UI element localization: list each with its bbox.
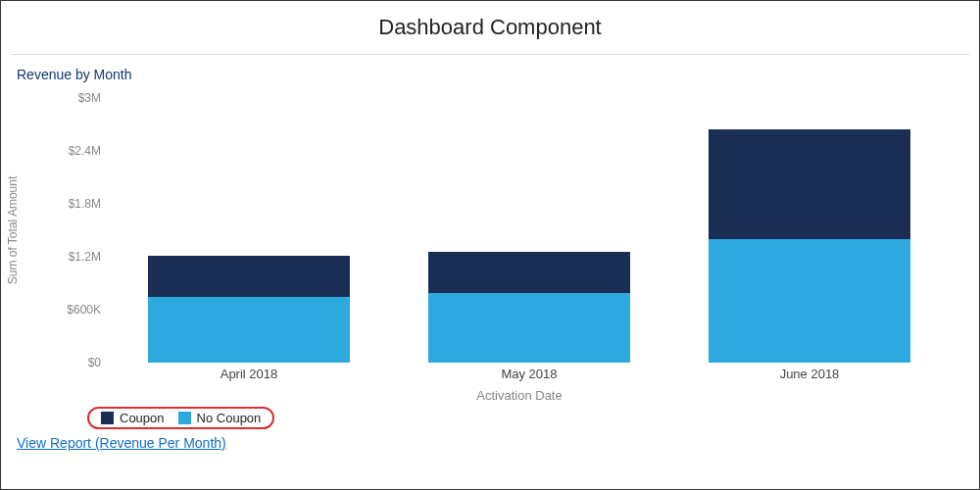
- divider: [11, 54, 969, 55]
- legend-label-coupon: Coupon: [120, 411, 165, 425]
- y-tick: $1.8M: [54, 197, 101, 211]
- legend-item-coupon[interactable]: Coupon: [101, 411, 165, 425]
- x-axis-label: Activation Date: [60, 388, 979, 403]
- page-title: Dashboard Component: [1, 1, 979, 54]
- x-tick: May 2018: [428, 367, 630, 381]
- legend: Coupon No Coupon: [87, 407, 979, 429]
- bar-segment-nocoupon[interactable]: [148, 297, 350, 363]
- legend-item-nocoupon[interactable]: No Coupon: [178, 411, 262, 425]
- swatch-coupon-icon: [101, 412, 114, 424]
- bars-container: [109, 98, 950, 363]
- x-ticks: April 2018May 2018June 2018: [109, 363, 950, 381]
- chart-area: Sum of Total Amount April 2018May 2018Ju…: [60, 98, 950, 363]
- swatch-nocoupon-icon: [178, 412, 191, 424]
- bar[interactable]: [148, 256, 350, 363]
- y-axis-label: Sum of Total Amount: [6, 176, 20, 285]
- legend-label-nocoupon: No Coupon: [197, 411, 262, 425]
- bar[interactable]: [428, 252, 630, 363]
- chart-title: Revenue by Month: [1, 59, 979, 90]
- x-tick: June 2018: [709, 367, 910, 381]
- bar-segment-coupon[interactable]: [148, 256, 350, 297]
- bar[interactable]: [709, 129, 910, 363]
- bar-segment-coupon[interactable]: [428, 252, 630, 293]
- bar-segment-nocoupon[interactable]: [709, 239, 910, 363]
- legend-highlight: Coupon No Coupon: [87, 407, 274, 429]
- bar-segment-nocoupon[interactable]: [428, 293, 630, 363]
- y-tick: $1.2M: [54, 250, 101, 264]
- y-tick: $600K: [54, 303, 101, 317]
- bar-segment-coupon[interactable]: [709, 129, 910, 239]
- x-tick: April 2018: [148, 367, 350, 381]
- y-tick: $0: [54, 356, 101, 369]
- view-report-link[interactable]: View Report (Revenue Per Month): [1, 429, 242, 457]
- y-tick: $2.4M: [54, 144, 101, 158]
- y-tick: $3M: [54, 91, 101, 105]
